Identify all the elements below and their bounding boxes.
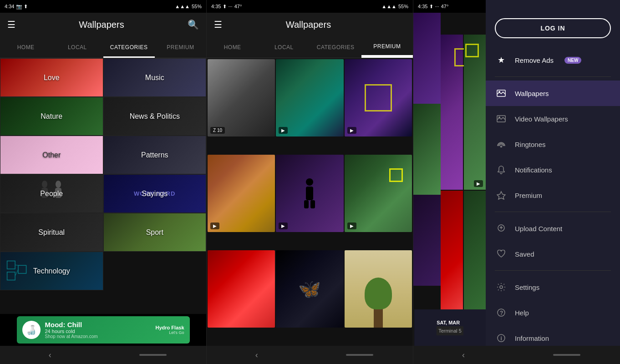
notification-icons-2: ⬆ ··· [223, 4, 232, 10]
home-indicator-1[interactable] [139, 354, 167, 356]
back-button-3[interactable]: ‹ [453, 347, 474, 364]
tab-categories-2[interactable]: CATEGORIES [310, 36, 361, 58]
nav-bar-2: ‹ [207, 346, 413, 364]
wp-play-badge-5: ▶ [347, 222, 356, 229]
temp-3: 47° [441, 4, 449, 9]
info-icon: i [495, 332, 508, 344]
svg-rect-12 [310, 200, 315, 208]
wallpapers-icon [495, 87, 508, 100]
status-bar-2: 4:35 ⬆ ··· 47° ▲▲▲ 55% [207, 0, 413, 13]
menu-label-upload: Upload Content [515, 225, 562, 233]
menu-icon-1[interactable]: ☰ [7, 19, 15, 30]
menu-item-notifications[interactable]: Notifications [486, 157, 620, 182]
wallpaper-abstract-purple[interactable]: ▶ [345, 59, 412, 136]
back-button-1[interactable]: ‹ [40, 347, 61, 364]
panel-menu: 4:35 ⬆ ··· 47° ▲▲▲ 55% CATEGORIES PREMIU… [413, 0, 620, 364]
panel-wallpapers: 4:35 ⬆ ··· 47° ▲▲▲ 55% ☰ Wallpapers HOME… [207, 0, 413, 364]
menu-label-video: Video Wallpapers [515, 115, 568, 123]
app-title-1: Wallpapers [79, 20, 124, 30]
wallpaper-stones[interactable]: ▶ [208, 155, 275, 232]
category-nature[interactable]: Nature [0, 97, 103, 136]
wallpaper-abstract1[interactable]: ▶ [276, 59, 343, 136]
menu-label-help: Help [515, 309, 529, 317]
svg-rect-4 [7, 261, 15, 269]
battery-1: 55% [192, 4, 202, 9]
wallpaper-red[interactable] [208, 250, 275, 328]
video-wallpapers-icon [495, 112, 508, 125]
menu-label-settings: Settings [515, 283, 539, 291]
tab-categories-1[interactable]: CATEGORIES [103, 36, 155, 58]
ringtones-icon [495, 138, 508, 151]
category-news[interactable]: News & Politics [103, 97, 207, 136]
home-indicator-3[interactable] [553, 354, 580, 356]
menu-divider-3 [495, 270, 611, 271]
wallpaper-butterfly[interactable]: 🦋 [276, 250, 343, 328]
menu-divider-1 [495, 76, 611, 77]
home-indicator-2[interactable] [346, 354, 373, 356]
heart-icon [495, 248, 508, 260]
time-2: 4:35 [211, 4, 221, 9]
notifications-icon [495, 163, 508, 176]
tab-premium-2[interactable]: PREMIUM [361, 36, 413, 58]
menu-item-ringtones[interactable]: Ringtones [486, 131, 620, 157]
tab-local-1[interactable]: LOCAL [51, 36, 103, 58]
ad-text: Mood: Chill 24 hours cold Shop now at Am… [45, 321, 98, 339]
menu-overlay: LOG IN ★ Remove Ads NEW Wallpapers Video… [486, 0, 620, 364]
time-1: 4:34 [5, 4, 14, 9]
wp-badge-count: Z 10 [210, 127, 225, 134]
category-sport[interactable]: Sport [103, 213, 207, 252]
category-technology[interactable]: Technology [0, 252, 103, 290]
wallpaper-figure[interactable]: ▶ [276, 155, 343, 232]
app-bar-1: ☰ Wallpapers 🔍 [0, 13, 206, 36]
menu-item-help[interactable]: ? Help [486, 300, 620, 325]
menu-label-information: Information [515, 334, 549, 342]
wallpaper-car[interactable]: Z 10 [208, 59, 275, 136]
tab-home-2[interactable]: HOME [207, 36, 258, 58]
menu-item-remove-ads[interactable]: ★ Remove Ads NEW [486, 47, 620, 73]
svg-point-14 [498, 91, 500, 93]
signal-icon-2: ▲▲▲ [381, 4, 396, 9]
category-sayings[interactable]: WORK HARD Sayings [103, 174, 207, 213]
svg-point-9 [306, 178, 313, 186]
category-other[interactable]: Other [0, 136, 103, 174]
tab-premium-1[interactable]: PREMIUM [155, 36, 206, 58]
menu-label-wallpapers: Wallpapers [515, 90, 549, 97]
status-bar-1: 4:34 📷 ⬆ ▲▲▲ 55% [0, 0, 206, 13]
upload-icon [495, 222, 508, 235]
ad-brand: Hydro Flask Let's Go [156, 325, 184, 335]
menu-label-notifications: Notifications [515, 166, 552, 174]
nav-bar-1: ‹ [0, 346, 206, 364]
menu-label-remove-ads: Remove Ads [515, 56, 554, 64]
wallpaper-tree[interactable] [345, 250, 412, 328]
tab-local-2[interactable]: LOCAL [258, 36, 310, 58]
signal-icon-1: ▲▲▲ [175, 4, 190, 9]
ad-banner[interactable]: 🍶 Mood: Chill 24 hours cold Shop now at … [0, 314, 206, 346]
menu-icon-2[interactable]: ☰ [214, 19, 222, 30]
login-button[interactable]: LOG IN [495, 18, 611, 38]
menu-item-premium[interactable]: Premium [486, 182, 620, 208]
svg-line-8 [15, 269, 18, 276]
svg-line-7 [15, 265, 18, 265]
help-icon: ? [495, 306, 508, 319]
category-music[interactable]: Music [103, 58, 207, 97]
menu-item-saved[interactable]: Saved [486, 241, 620, 267]
nav-bar-3: ‹ [413, 346, 620, 364]
tab-home-1[interactable]: HOME [0, 36, 51, 58]
menu-divider-2 [495, 212, 611, 212]
back-button-2[interactable]: ‹ [246, 347, 267, 364]
bg-wallpapers [413, 13, 441, 346]
menu-item-video-wallpapers[interactable]: Video Wallpapers [486, 106, 620, 131]
ad-icon: 🍶 [22, 321, 41, 339]
menu-item-wallpapers[interactable]: Wallpapers [486, 81, 620, 106]
search-icon-1[interactable]: 🔍 [188, 19, 199, 30]
menu-item-settings[interactable]: Settings [486, 274, 620, 300]
wallpaper-flowers[interactable]: ▶ [345, 155, 412, 232]
premium-icon [495, 189, 508, 202]
menu-item-upload[interactable]: Upload Content [486, 216, 620, 241]
new-badge: NEW [564, 57, 581, 64]
category-spiritual[interactable]: Spiritual [0, 213, 103, 252]
notification-icons-3: ⬆ ··· [429, 4, 439, 10]
category-patterns[interactable]: Patterns [103, 136, 207, 174]
category-people[interactable]: People [0, 174, 103, 213]
category-love[interactable]: Love [0, 58, 103, 97]
